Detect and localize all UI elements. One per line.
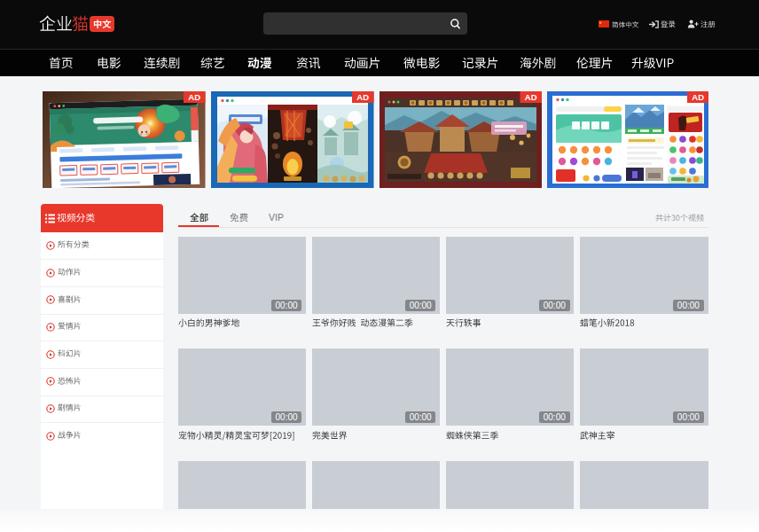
svg-text:AD: AD (356, 92, 369, 102)
svg-text:AD: AD (692, 92, 704, 102)
svg-text:AD: AD (525, 92, 537, 102)
svg-text:AD: AD (188, 92, 200, 102)
